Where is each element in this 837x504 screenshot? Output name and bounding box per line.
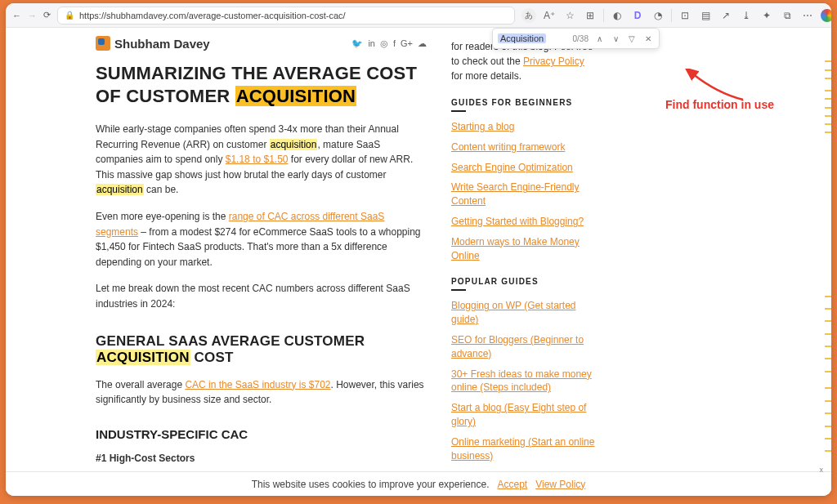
find-bar: Acquisition 0/38 ∧ ∨ ▽ ✕ [492,28,660,49]
link-cac-702[interactable]: CAC in the SaaS industry is $702 [185,379,330,390]
cookie-accept-button[interactable]: Accept [497,479,527,490]
link-privacy-policy[interactable]: Privacy Policy [523,56,584,67]
url-text: https://shubhamdavey.com/average-custome… [79,11,346,20]
sidebar-link[interactable]: Search Engine Optimization [451,162,573,173]
browser-window: ← → ⟳ 🔒 https://shubhamdavey.com/average… [6,3,831,496]
site-header: Shubham Davey 🐦 in ◎ f G+ ☁ [96,36,427,51]
sidebar-link[interactable]: Starting a blog [451,121,514,132]
annotation-label: Find function in use [665,98,774,111]
screenshot-icon[interactable]: ⧉ [780,8,794,23]
sidebar-link[interactable]: Write Search Engine-Friendly Content [451,181,580,207]
guides-list: Starting a blog Content writing framewor… [451,120,598,262]
sidebar-link[interactable]: Blogging on WP (Get started guide) [451,300,576,325]
soundcloud-icon[interactable]: ☁ [418,38,427,49]
main-column: Shubham Davey 🐦 in ◎ f G+ ☁ SUMMARIZING … [96,36,427,496]
highlight-acquisition: ACQUISITION [235,86,356,106]
divider [451,289,466,291]
paragraph-1: While early-stage companies often spend … [96,122,427,198]
p4-a: The overall average [96,379,185,390]
divider [451,110,466,112]
shield-icon[interactable]: ◐ [610,8,624,23]
sidebar-heading-guides: GUIDES FOR BEGINNERS [451,98,598,107]
cookie-view-policy-link[interactable]: View Policy [535,479,585,490]
divider [603,9,604,22]
popular-list: Blogging on WP (Get started guide) SEO f… [451,299,598,496]
toolbar-right: あ A⁺ ☆ ⊞ ◐ D ◔ ⊡ ▤ ↗ ⤓ ✦ ⧉ ⋯ [521,8,831,23]
browser-toolbar: ← → ⟳ 🔒 https://shubhamdavey.com/average… [6,3,831,28]
facebook-icon[interactable]: f [393,38,396,49]
back-button[interactable]: ← [12,8,21,23]
share-icon[interactable]: ↗ [718,8,733,23]
extensions-icon[interactable]: ⊡ [678,8,692,23]
sidebar-link[interactable]: 30+ Fresh ideas to make money online (St… [451,368,592,394]
cookie-text: This website uses cookies to improve you… [252,479,490,490]
social-icons: 🐦 in ◎ f G+ ☁ [351,38,427,49]
content-area: Acquisition 0/38 ∧ ∨ ▽ ✕ Find function i… [6,28,831,496]
cookie-notice: This website uses cookies to improve you… [6,471,831,496]
sidebar-heading-popular: POPULAR GUIDES [451,277,598,286]
subheading-high-cost: #1 High-Cost Sectors [96,451,427,466]
sidebar-link[interactable]: Modern ways to Make Money Online [451,236,580,261]
cookie-close-button[interactable]: x [820,466,824,474]
h2-b: COST [190,350,234,365]
find-close-button[interactable]: ✕ [642,33,654,44]
section-heading-industry: INDUSTRY-SPECIFIC CAC [96,427,427,441]
section-heading-summary: SUMMARIZING THE AVERAGE COST OF CUSTOMER… [96,62,427,107]
sidebar: for readers of this blog. Feel free to c… [451,36,598,496]
p2-a: Even more eye-opening is the [96,211,229,222]
paragraph-4: The overall average CAC in the SaaS indu… [96,377,427,408]
logo-icon [96,36,110,51]
sidebar-link[interactable]: Start a blog (Easy Eight step of glory) [451,402,586,427]
find-scrollbar-markers [823,52,831,471]
p2-b: – from a modest $274 for eCommerce SaaS … [96,226,421,268]
highlight-acquisition: acquisition [270,139,318,150]
downloads-icon[interactable]: ⤓ [739,8,754,23]
sidebar-link[interactable]: Getting Started with Blogging? [451,216,584,227]
google-icon[interactable]: G+ [401,38,413,49]
read-aloud-icon[interactable]: A⁺ [542,8,557,23]
history-icon[interactable]: ✦ [759,8,774,23]
paragraph-2: Even more eye-opening is the range of CA… [96,209,427,270]
find-count: 0/38 [573,34,589,43]
url-bar[interactable]: 🔒 https://shubhamdavey.com/average-custo… [57,7,515,25]
profile-icon[interactable] [821,9,831,22]
link-arr-ratio[interactable]: $1.18 to $1.50 [226,154,289,165]
site-logo[interactable]: Shubham Davey [96,36,210,51]
find-filter-button[interactable]: ▽ [626,33,638,44]
divider [671,9,672,22]
sidebar-link[interactable]: SEO for Bloggers (Beginner to advance) [451,334,584,359]
collections-icon[interactable]: ⊞ [583,8,598,23]
sidebar-link[interactable]: Online marketing (Start an online busine… [451,436,594,462]
h4-text: #1 High-Cost Sectors [96,453,195,464]
translate-icon[interactable]: あ [521,8,536,23]
site-name: Shubham Davey [114,37,210,51]
extension-clock-icon[interactable]: ◔ [651,8,665,23]
refresh-button[interactable]: ⟳ [43,8,51,23]
paragraph-3: Let me break down the most recent CAC nu… [96,281,427,311]
reader-icon[interactable]: ▤ [698,8,713,23]
instagram-icon[interactable]: ◎ [380,38,388,49]
h2-a: GENERAL SAAS AVERAGE CUSTOMER [96,333,365,349]
favorite-icon[interactable]: ☆ [562,8,577,23]
highlight-acquisition: acquisition [96,184,144,195]
find-prev-button[interactable]: ∧ [593,33,605,44]
forward-button[interactable]: → [28,8,37,23]
p1-d: can be. [144,184,179,195]
twitter-icon[interactable]: 🐦 [351,38,363,49]
sidebar-link[interactable]: Content writing framework [451,141,565,153]
more-icon[interactable]: ⋯ [800,8,815,23]
extension-d-icon[interactable]: D [630,8,645,23]
highlight-acquisition: ACQUISITION [96,350,190,365]
section-heading-general: GENERAL SAAS AVERAGE CUSTOMER ACQUISITIO… [96,333,427,366]
find-next-button[interactable]: ∨ [610,33,621,44]
st-b: for more details. [451,70,521,82]
find-input[interactable]: Acquisition [498,33,546,43]
lock-icon: 🔒 [65,11,74,20]
linkedin-icon[interactable]: in [368,38,375,49]
